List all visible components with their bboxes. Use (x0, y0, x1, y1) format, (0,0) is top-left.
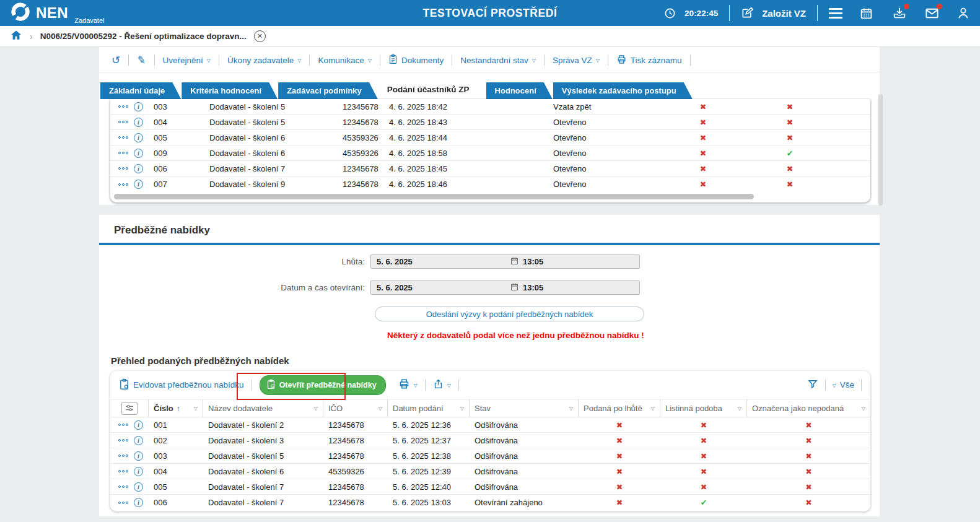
table-row[interactable]: i 003 Dodavatel - školení 5 12345678 4. … (110, 99, 870, 115)
column-oznacena-jako-nepodana[interactable]: Označena jako nepodaná ▽ (747, 399, 870, 417)
row-menu-icon[interactable] (118, 502, 128, 504)
deadline-field[interactable]: 5. 6. 2025 13:05 (370, 254, 640, 269)
vertical-scrollbar[interactable] (878, 94, 883, 206)
column-cislo[interactable]: Číslo ↑ ▽ (149, 399, 203, 417)
downloads-icon[interactable] (893, 6, 906, 20)
row-menu-icon[interactable] (118, 424, 128, 426)
nen-logo[interactable]: NEN Zadavatel (10, 1, 104, 25)
warning-message: Některý z dodavatelů podal více než jedn… (387, 331, 880, 340)
column-filter-icon[interactable]: ▽ (651, 406, 655, 411)
print-button[interactable]: ▽ (398, 378, 418, 391)
calendar-icon[interactable] (510, 256, 518, 267)
info-icon[interactable]: i (134, 451, 143, 461)
register-offer-button[interactable]: Evidovat předběžnou nabídku (119, 378, 244, 392)
info-icon[interactable]: i (134, 498, 143, 507)
tab-zadavaci-podminky[interactable]: Zadávací podmínky (278, 82, 378, 99)
column-filter-icon[interactable]: ▽ (460, 406, 464, 411)
table-row[interactable]: i 009 Dodavatel - školení 6 45359326 4. … (110, 146, 870, 161)
filter-icon[interactable] (807, 378, 818, 391)
refresh-icon[interactable]: ↺ (112, 55, 120, 66)
column-filter-icon[interactable]: ▽ (194, 406, 198, 411)
filter-all-dropdown[interactable]: ▽ Vše (833, 380, 854, 389)
row-menu-icon[interactable] (118, 470, 128, 472)
deadline-time[interactable]: 13:05 (523, 257, 543, 266)
tab-vysledek[interactable]: Výsledek zadávacího postupu (553, 82, 693, 99)
info-icon[interactable]: i (134, 102, 143, 111)
info-icon[interactable]: i (134, 420, 143, 430)
messages-icon[interactable] (925, 6, 939, 20)
toolbar-sprava-vz[interactable]: Správa VZ ▽ (553, 56, 600, 65)
table-row[interactable]: i 004 Dodavatel - školení 6 45359326 5. … (110, 464, 870, 479)
create-vz-button[interactable]: Založit VZ (762, 8, 806, 19)
table-row[interactable]: i 005 Dodavatel - školení 7 12345678 5. … (110, 479, 870, 495)
table-row[interactable]: i 003 Dodavatel - školení 5 12345678 5. … (110, 448, 870, 464)
table-row[interactable]: i 006 Dodavatel - školení 7 12345678 4. … (110, 161, 870, 176)
column-filter-icon[interactable]: ▽ (314, 406, 318, 411)
table-row[interactable]: i 006 Dodavatel - školení 7 12345678 5. … (110, 495, 870, 510)
table-row[interactable]: i 005 Dodavatel - školení 6 45359326 4. … (110, 130, 870, 146)
open-offers-button[interactable]: Otevřít předběžné nabídky (260, 375, 386, 395)
toolbar-komunikace[interactable]: Komunikace ▽ (318, 56, 371, 65)
cell-date: 4. 6. 2025 18:45 (384, 164, 548, 173)
row-menu-icon[interactable] (118, 105, 128, 108)
table-row[interactable]: i 007 Dodavatel - školení 9 12345678 4. … (110, 176, 870, 192)
opening-date[interactable]: 5. 6. 2025 (371, 283, 510, 292)
info-icon[interactable]: i (134, 133, 143, 142)
info-icon[interactable]: i (134, 482, 143, 492)
row-menu-icon[interactable] (118, 121, 128, 123)
edit-icon[interactable]: ✎ (136, 54, 147, 66)
toolbar-nestandardni-stav[interactable]: Nestandardní stav ▽ (460, 56, 536, 65)
toolbar-tisk-zaznamu[interactable]: Tisk záznamu (616, 54, 682, 66)
column-listinna-podoba[interactable]: Listinná podoba ▽ (660, 399, 747, 417)
tab-zakladni-udaje[interactable]: Základní údaje (100, 82, 181, 99)
column-filter-icon[interactable]: ▽ (738, 406, 742, 411)
row-menu-icon[interactable] (118, 485, 128, 488)
deadline-date[interactable]: 5. 6. 2025 (371, 257, 510, 266)
column-filter-icon[interactable]: ▽ (862, 406, 865, 411)
calendar-icon[interactable] (860, 7, 873, 20)
column-stav[interactable]: Stav ▽ (470, 399, 579, 417)
tab-kriteria-hodnoceni[interactable]: Kritéria hodnocení (182, 82, 278, 99)
home-icon[interactable] (10, 29, 22, 43)
info-icon[interactable]: i (134, 164, 143, 173)
table-row[interactable]: i 002 Dodavatel - školení 3 12345678 5. … (110, 433, 870, 448)
row-menu-icon[interactable] (118, 152, 128, 154)
toolbar-ukony-zadavatele[interactable]: Úkony zadavatele ▽ (227, 56, 301, 65)
table-row[interactable]: i 004 Dodavatel - školení 5 12345678 4. … (110, 115, 870, 130)
close-icon[interactable]: ✕ (254, 30, 266, 42)
export-button[interactable]: ▽ (433, 378, 451, 391)
info-icon[interactable]: i (134, 436, 143, 445)
column-podana-po-lhute[interactable]: Podaná po lhůtě ▽ (579, 399, 660, 417)
cell-mark: ✖ (743, 133, 836, 142)
column-nazev-dodavatele[interactable]: Název dodavatele ▽ (203, 399, 323, 417)
opening-field[interactable]: 5. 6. 2025 13:05 (370, 281, 640, 295)
breadcrumb-item[interactable]: N006/25/V00005292 - Řešení optimalizace … (40, 32, 247, 41)
send-call-button[interactable]: Odeslání výzvy k podání předběžných nabí… (375, 307, 644, 321)
column-settings-icon[interactable] (121, 402, 138, 415)
info-icon[interactable]: i (134, 180, 143, 189)
info-icon[interactable]: i (134, 149, 143, 158)
info-icon[interactable]: i (134, 118, 143, 127)
table-row[interactable]: i 001 Dodavatel - školení 2 12345678 5. … (110, 417, 870, 433)
row-menu-icon[interactable] (118, 136, 128, 139)
tab-hodnoceni[interactable]: Hodnocení (486, 82, 553, 99)
create-vz-icon[interactable] (741, 7, 753, 19)
info-icon[interactable]: i (134, 467, 143, 476)
row-menu-icon[interactable] (118, 167, 128, 170)
calendar-icon[interactable] (510, 282, 518, 293)
sort-ascending-icon[interactable]: ↑ (177, 404, 181, 413)
tab-podani-ucastniku-zp[interactable]: Podání účastníků ZP (378, 80, 486, 99)
horizontal-scrollbar[interactable] (110, 192, 870, 202)
user-icon[interactable] (956, 6, 970, 20)
column-datum-podani[interactable]: Datum podání ▽ (388, 399, 470, 417)
row-menu-icon[interactable] (118, 455, 128, 457)
row-menu-icon[interactable] (118, 439, 128, 442)
opening-time[interactable]: 13:05 (523, 283, 543, 292)
menu-icon[interactable] (829, 8, 842, 19)
row-menu-icon[interactable] (118, 183, 128, 186)
column-filter-icon[interactable]: ▽ (569, 406, 573, 411)
toolbar-dokumenty[interactable]: Dokumenty (388, 54, 444, 66)
column-ico[interactable]: IČO ▽ (323, 399, 388, 417)
toolbar-uverejneni[interactable]: Uveřejnění ▽ (163, 56, 211, 65)
column-filter-icon[interactable]: ▽ (378, 406, 382, 411)
